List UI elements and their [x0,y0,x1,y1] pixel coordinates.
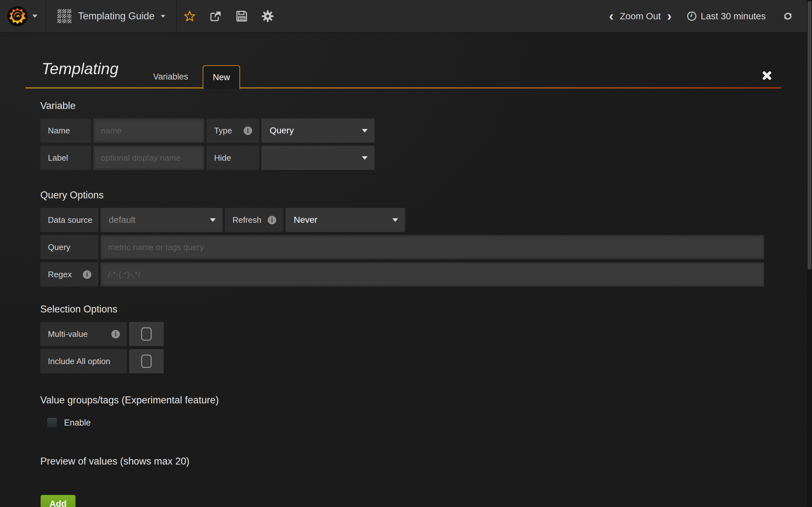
zoom-out-button[interactable]: Zoom Out [615,11,665,21]
multi-value-row: Multi-value i [40,322,164,346]
regex-label: Regex [48,270,72,279]
refresh-select-value: Never [294,215,317,225]
grafana-menu-button[interactable] [0,0,46,32]
page-scrollbar [807,0,812,507]
tab-variables[interactable]: Variables [148,65,193,88]
info-icon[interactable]: i [111,330,120,338]
label-input-cell [93,146,204,170]
refresh-select[interactable]: Never [286,208,405,232]
refresh-label-cell: Refresh i [225,208,283,232]
type-label: Type [214,126,232,135]
name-label: Name [40,118,91,143]
enable-checkbox[interactable] [47,418,57,428]
datasource-row: Data source default Refresh i Never [40,208,405,232]
multi-value-label-cell: Multi-value i [40,322,127,346]
save-button[interactable] [229,0,255,32]
enable-row: Enable [47,418,91,428]
include-all-label: Include All option [40,349,127,373]
label-label: Label [40,146,91,170]
navbar-time-controls: ‹ Zoom Out › Last 30 minutes [607,0,812,32]
chevron-right-icon: › [667,9,671,23]
chevron-left-icon: ‹ [609,9,613,23]
regex-row: Regex i [40,262,764,286]
name-input[interactable] [95,120,202,141]
multi-value-checkbox-cell[interactable] [129,322,164,346]
regex-input[interactable] [102,264,762,285]
dashboard-picker[interactable]: Templating Guide [46,0,177,32]
chevron-down-icon [392,218,398,222]
variable-label-row: Label Hide [40,146,374,170]
close-settings-button[interactable] [761,70,773,81]
info-icon[interactable]: i [268,216,276,224]
multi-value-label: Multi-value [48,329,88,339]
dashboard-grid-icon [57,9,72,23]
scrollbar-thumb[interactable] [808,1,811,269]
type-select[interactable]: Query [261,118,374,143]
share-button[interactable] [203,0,229,32]
enable-label: Enable [64,418,91,428]
datasource-select[interactable]: default [101,208,223,232]
query-options-heading: Query Options [40,189,104,201]
include-all-checkbox[interactable] [141,354,152,368]
chevron-down-icon [32,14,38,18]
time-shift-forward-button[interactable]: › [665,9,673,23]
chevron-down-icon [362,156,368,160]
tab-new[interactable]: New [203,65,240,89]
name-input-cell [93,118,204,143]
hide-select[interactable] [261,146,374,170]
dashboard-title: Templating Guide [78,10,154,22]
value-groups-heading: Value groups/tags (Experimental feature) [40,395,219,406]
query-row: Query [40,235,764,259]
variable-name-row: Name Type i Query [40,118,374,143]
preview-heading: Preview of values (shows max 20) [40,456,189,467]
datasource-label: Data source [40,208,98,232]
settings-gear-icon [261,9,274,23]
label-input[interactable] [95,148,202,168]
selection-options-heading: Selection Options [40,303,117,315]
star-button[interactable] [177,0,203,32]
star-icon [183,9,196,23]
tab-underline [26,88,781,89]
multi-value-checkbox[interactable] [141,327,152,341]
hide-label: Hide [206,146,259,170]
refresh-icon [782,10,794,22]
settings-button[interactable] [255,0,281,32]
share-icon [209,10,222,22]
query-input[interactable] [102,237,762,257]
save-icon [235,10,248,22]
add-button[interactable]: Add [41,495,75,507]
query-input-cell [101,235,764,259]
chevron-down-icon [161,15,165,18]
type-select-value: Query [270,125,294,135]
info-icon[interactable]: i [83,270,91,279]
regex-label-cell: Regex i [40,262,98,286]
info-icon[interactable]: i [244,126,252,135]
include-all-row: Include All option [40,349,164,373]
refresh-label: Refresh [233,215,261,225]
grafana-logo-icon [7,6,28,26]
include-all-checkbox-cell[interactable] [129,349,164,373]
variable-section-heading: Variable [40,100,75,112]
time-range-label: Last 30 minutes [701,11,766,21]
query-label: Query [40,235,98,259]
navbar: Templating Guide [0,0,812,33]
regex-input-cell [101,262,764,286]
chevron-down-icon [362,129,368,132]
page-title: Templating [42,60,119,78]
chevron-down-icon [210,218,216,222]
time-range-picker[interactable]: Last 30 minutes [687,11,766,21]
clock-icon [687,11,697,21]
time-shift-back-button[interactable]: ‹ [607,9,615,23]
type-label-cell: Type i [206,118,259,143]
grafana-dashboard-settings-page: Templating Guide [0,0,812,507]
refresh-button[interactable] [782,10,794,22]
datasource-select-value: default [109,215,136,225]
